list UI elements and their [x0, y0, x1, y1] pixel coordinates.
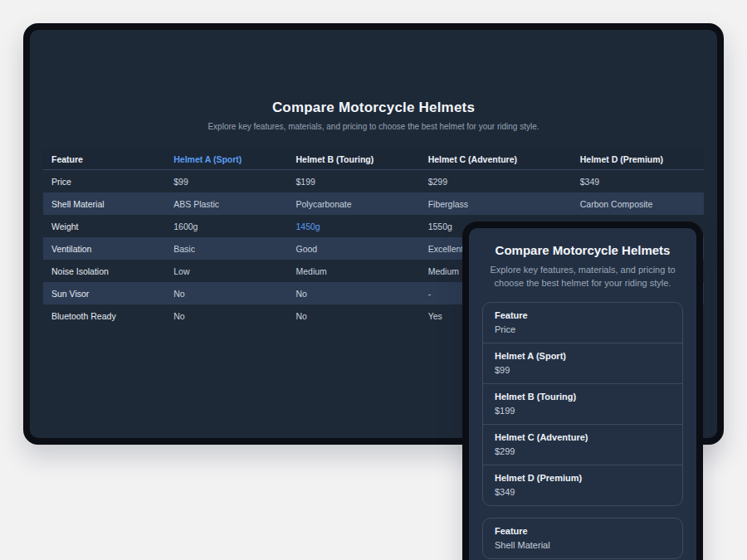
value-cell: $299 — [420, 170, 572, 193]
value-cell-highlighted: 1450g — [288, 215, 420, 237]
card-row-helmet-c: Helmet C (Adventure) $299 — [483, 425, 682, 465]
column-header-helmet-a: Helmet A (Sport) — [165, 149, 287, 170]
card-row-label: Helmet B (Touring) — [495, 392, 671, 402]
column-header-feature: Feature — [43, 149, 165, 170]
table-row-price: Price $99 $199 $299 $349 — [43, 170, 704, 193]
value-cell: Fiberglass — [420, 192, 572, 215]
card-row-label: Feature — [495, 310, 671, 320]
desktop-page-subtitle: Explore key features, materials, and pri… — [30, 122, 717, 131]
card-row-helmet-a: Helmet A (Sport) $99 — [483, 343, 682, 384]
feature-cell: Ventilation — [43, 237, 165, 260]
comparison-card-shell-material: Feature Shell Material — [482, 518, 683, 559]
table-header-row: Feature Helmet A (Sport) Helmet B (Touri… — [43, 149, 704, 170]
card-row-value: $349 — [495, 487, 671, 497]
card-row-value: Shell Material — [495, 540, 671, 550]
value-cell: Good — [288, 237, 420, 260]
feature-cell: Bluetooth Ready — [43, 304, 165, 327]
value-cell: Polycarbonate — [288, 192, 420, 215]
value-cell: Basic — [165, 237, 287, 260]
feature-cell: Noise Isolation — [43, 260, 165, 282]
card-row-value: $99 — [495, 365, 671, 375]
table-row-shell-material: Shell Material ABS Plastic Polycarbonate… — [43, 192, 704, 215]
card-row-label: Helmet A (Sport) — [495, 351, 671, 361]
value-cell: Carbon Composite — [572, 192, 704, 215]
value-cell: No — [288, 304, 420, 327]
value-cell: ABS Plastic — [165, 192, 287, 215]
feature-cell: Price — [43, 170, 165, 193]
mobile-page-title: Compare Motorcycle Helmets — [477, 243, 688, 257]
card-row-value: $299 — [495, 446, 671, 456]
value-cell: $99 — [165, 170, 287, 193]
card-row-value: Price — [495, 324, 671, 334]
card-row-feature: Feature Price — [483, 303, 682, 343]
card-row-helmet-b: Helmet B (Touring) $199 — [483, 384, 682, 425]
value-cell: No — [288, 282, 420, 304]
value-cell: 1600g — [165, 215, 287, 237]
value-cell: Low — [165, 260, 287, 282]
card-row-helmet-d: Helmet D (Premium) $349 — [483, 465, 682, 505]
card-row-feature: Feature Shell Material — [483, 519, 682, 558]
card-row-label: Helmet D (Premium) — [495, 473, 671, 483]
value-cell: Medium — [288, 260, 420, 282]
value-cell: No — [165, 304, 287, 327]
value-cell: $349 — [572, 170, 704, 193]
value-cell: $199 — [288, 170, 420, 193]
feature-cell: Shell Material — [43, 192, 165, 215]
feature-cell: Weight — [43, 215, 165, 237]
card-row-label: Feature — [495, 526, 671, 536]
column-header-helmet-c: Helmet C (Adventure) — [420, 149, 572, 170]
card-row-label: Helmet C (Adventure) — [495, 432, 671, 442]
column-header-helmet-b: Helmet B (Touring) — [288, 149, 420, 170]
desktop-page-title: Compare Motorcycle Helmets — [30, 100, 717, 116]
comparison-card-price: Feature Price Helmet A (Sport) $99 Helme… — [482, 302, 683, 506]
column-header-helmet-d: Helmet D (Premium) — [572, 149, 704, 170]
card-row-value: $199 — [495, 406, 671, 416]
mobile-page-subtitle: Explore key features, materials, and pri… — [484, 264, 681, 290]
value-cell: No — [165, 282, 287, 304]
feature-cell: Sun Visor — [43, 282, 165, 304]
mobile-preview-frame: Compare Motorcycle Helmets Explore key f… — [462, 222, 703, 560]
